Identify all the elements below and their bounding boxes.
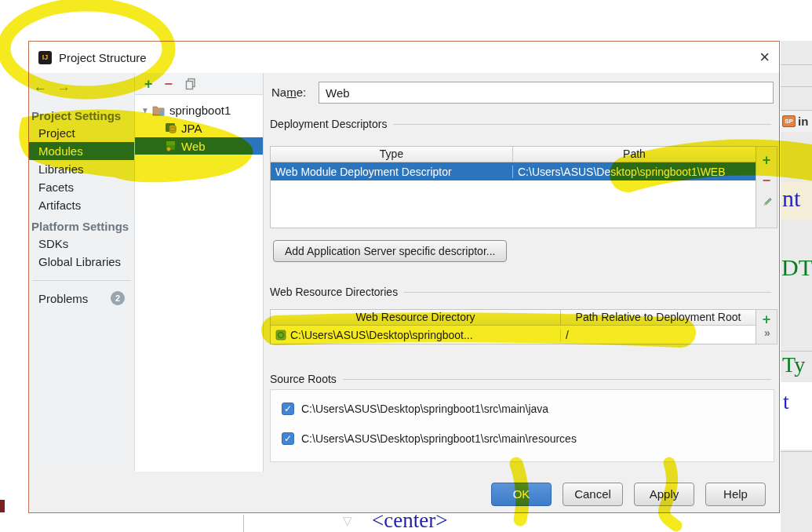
name-label: Name: [271,86,306,99]
bg-code-fragment: nt [782,185,800,212]
sidebar-item-project[interactable]: Project [29,124,134,142]
dialog-titlebar: IJ Project Structure × [29,42,779,73]
source-root-row: ✓ C:\Users\ASUS\Desktop\springboot1\src\… [282,401,774,417]
screen: SP in nt DT Ty t ▽ <center> IJ Project S… [0,0,812,532]
more-actions-icon[interactable]: » [764,326,769,339]
module-settings-panel: Name: Deployment Descriptors Type Path W… [264,73,779,472]
sidebar-item-global-libraries[interactable]: Global Libraries [29,253,134,271]
back-arrow-icon[interactable]: ← [34,79,47,94]
section-header-platform-settings: Platform Settings [29,217,134,235]
problems-label: Problems [38,292,88,305]
deployment-descriptors-title: Deployment Descriptors [270,118,387,130]
tree-row-web[interactable]: Web [135,137,263,155]
add-descriptor-icon[interactable]: + [763,153,771,167]
dialog-footer: OK Cancel Apply Help [29,472,779,512]
bg-code-fragment: t [783,389,789,414]
copy-module-icon[interactable] [184,78,197,90]
source-root-path: C:\Users\ASUS\Desktop\springboot1\src\ma… [301,403,548,415]
bg-code-fragment: DT [781,254,812,281]
bg-divider [781,64,812,65]
bg-tab-label: in [798,115,808,128]
tree-root-label: springboot1 [169,104,231,117]
add-web-resource-icon[interactable]: + [763,312,771,326]
apply-button[interactable]: Apply [634,483,694,506]
web-resource-directories-title: Web Resource Directories [270,286,398,298]
expand-arrow-icon[interactable]: ▼ [141,106,149,115]
dialog-body: ← → Project Settings Project Modules Lib… [29,73,779,472]
section-rule [404,292,771,293]
table-header: Web Resource Directory Path Relative to … [271,310,756,326]
bg-error-stripe [0,500,5,512]
section-header-project-settings: Project Settings [29,106,134,124]
jpa-facet-icon [165,122,177,134]
sidebar-item-modules[interactable]: Modules [29,142,134,160]
section-rule [393,124,771,125]
module-name-input[interactable] [319,82,774,104]
bg-divider [781,351,812,352]
column-header-path-relative: Path Relative to Deployment Root [560,310,756,325]
descriptor-path-cell: C:\Users\ASUS\Desktop\springboot1\WEB [512,166,756,178]
sidebar-item-artifacts[interactable]: Artifacts [29,196,134,214]
add-module-icon[interactable]: + [144,77,153,91]
checkbox-java-source[interactable]: ✓ [282,403,294,415]
edit-pencil-icon[interactable] [761,195,773,207]
section-rule [343,379,771,380]
column-header-web-resource-directory: Web Resource Directory [271,310,560,325]
bg-divider [781,110,812,111]
source-roots-section: Source Roots [270,373,771,385]
tree-item-label: Web [181,140,206,153]
remove-module-icon[interactable]: − [165,77,173,91]
source-roots-title: Source Roots [270,373,337,385]
bg-gutter-line [243,515,244,532]
web-facet-icon [165,140,177,152]
web-resource-directories-section: Web Resource Directories [270,286,771,298]
table-row-deployment-descriptor[interactable]: Web Module Deployment Descriptor C:\User… [271,162,756,180]
table-header: Type Path [271,147,756,162]
bg-tab: SP in [781,111,812,132]
fold-marker-icon: ▽ [343,514,352,528]
sidebar-divider [32,280,131,281]
sidebar-item-problems[interactable]: Problems 2 [29,289,134,308]
tree-item-label: JPA [181,122,202,135]
path-relative-cell: / [560,329,756,341]
tree-row-jpa[interactable]: JPA [135,119,263,137]
web-folder-icon [275,330,286,341]
source-root-row: ✓ C:\Users\ASUS\Desktop\springboot1\src\… [282,431,774,446]
remove-descriptor-icon[interactable]: − [763,173,771,188]
deployment-toolbar: + − [756,146,777,228]
web-resource-directory-path: C:\Users\ASUS\Desktop\springboot... [290,329,473,341]
settings-sidebar: ← → Project Settings Project Modules Lib… [29,73,135,472]
project-structure-dialog: IJ Project Structure × ← → Project Setti… [28,41,780,513]
intellij-logo-icon: IJ [38,51,52,64]
history-nav: ← → [29,73,134,95]
close-icon[interactable]: × [759,49,770,65]
sidebar-item-facets[interactable]: Facets [29,178,134,196]
jsp-file-icon: SP [782,115,796,127]
source-roots-box: ✓ C:\Users\ASUS\Desktop\springboot1\src\… [270,389,774,462]
add-app-server-descriptor-button[interactable]: Add Application Server specific descript… [273,240,507,262]
cancel-button[interactable]: Cancel [563,483,623,506]
project-folder-icon [152,104,166,116]
web-resource-directory-cell: C:\Users\ASUS\Desktop\springboot... [271,329,560,341]
web-resource-toolbar: + » [756,309,777,344]
source-root-path: C:\Users\ASUS\Desktop\springboot1\src\ma… [301,432,577,445]
dialog-title: Project Structure [59,51,147,64]
tree-toolbar: + − [135,73,263,95]
bg-divider [781,86,812,87]
forward-arrow-icon[interactable]: → [57,79,71,94]
deployment-descriptors-table: Type Path Web Module Deployment Descript… [270,146,756,228]
checkbox-resources-source[interactable]: ✓ [282,432,294,445]
deployment-descriptors-section: Deployment Descriptors [270,118,771,130]
ok-button[interactable]: OK [491,483,552,506]
sidebar-item-libraries[interactable]: Libraries [29,160,134,178]
problems-count-badge: 2 [111,291,125,305]
sidebar-item-sdks[interactable]: SDKs [29,235,134,253]
column-header-type: Type [271,147,512,162]
tree-row-springboot1[interactable]: ▼ springboot1 [135,101,263,118]
descriptor-type-cell: Web Module Deployment Descriptor [271,166,512,178]
column-header-path: Path [512,147,756,162]
help-button[interactable]: Help [705,483,766,506]
module-tree-panel: + − ▼ [135,73,264,472]
bg-divider [781,451,812,452]
table-row-web-resource[interactable]: C:\Users\ASUS\Desktop\springboot... / [271,326,756,344]
